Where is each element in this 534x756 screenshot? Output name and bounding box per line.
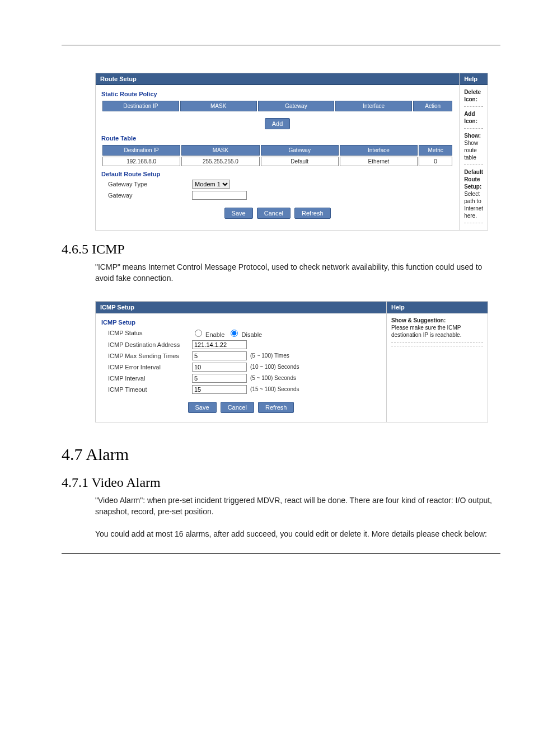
icmp-interval-label: ICMP Interval — [101, 375, 192, 382]
save-button[interactable]: Save — [188, 402, 217, 413]
icmp-max-unit: (5 ~ 100) Times — [250, 353, 289, 359]
route-setup-figure: Route Setup Static Route Policy Destinat… — [95, 73, 488, 231]
gateway-type-label: Gateway Type — [101, 181, 192, 187]
refresh-button[interactable]: Refresh — [294, 208, 331, 219]
para-video-alarm-1: "Video Alarm": when pre-set incident tri… — [95, 495, 500, 518]
help-add-icon-label: Add Icon: — [464, 111, 477, 124]
icmp-enable-option[interactable]: Enable — [192, 328, 224, 338]
gateway-type-select[interactable]: Modem 1 — [192, 180, 230, 189]
table-row: 192.168.8.0 255.255.255.0 Default Ethern… — [102, 157, 452, 166]
icmp-disable-option[interactable]: Disable — [228, 328, 262, 338]
icmp-err-label: ICMP Error Interval — [101, 364, 192, 370]
col-mask: MASK — [180, 101, 257, 111]
icmp-timeout-input[interactable] — [192, 385, 247, 394]
refresh-button[interactable]: Refresh — [258, 402, 294, 413]
icmp-interval-input[interactable] — [192, 374, 247, 383]
icmp-err-input[interactable] — [192, 363, 247, 372]
icmp-setup-figure: ICMP Setup ICMP Setup ICMP Status Enable… — [95, 301, 488, 422]
col-destination-ip: Destination IP — [102, 101, 179, 111]
col-gateway: Gateway — [258, 101, 335, 111]
cell-gateway: Default — [261, 157, 339, 166]
col-interface: Interface — [335, 101, 412, 111]
help-default-route-text: Select path to Internet here. — [464, 191, 483, 219]
rt-col-interface: Interface — [340, 145, 418, 156]
help-title: Help — [460, 73, 488, 85]
gateway-label: Gateway — [101, 192, 192, 199]
para-icmp: "ICMP" means Internet Control Message Pr… — [95, 261, 500, 284]
help-title: Help — [387, 302, 488, 313]
icmp-setup-title: ICMP Setup — [96, 302, 386, 313]
heading-icmp: 4.6.5 ICMP — [62, 242, 500, 257]
para-video-alarm-2: You could add at most 16 alarms, after a… — [95, 528, 500, 539]
gateway-input[interactable] — [192, 191, 247, 200]
add-button[interactable]: Add — [265, 118, 291, 129]
heading-alarm: 4.7 Alarm — [62, 445, 500, 464]
rt-col-gateway: Gateway — [261, 145, 339, 156]
icmp-err-unit: (10 ~ 100) Seconds — [250, 364, 299, 370]
help-show-label: Show: — [464, 133, 481, 139]
cell-mask: 255.255.255.0 — [181, 157, 259, 166]
route-table: Destination IP MASK Gateway Interface Me… — [101, 144, 453, 167]
route-setup-title: Route Setup — [96, 73, 459, 85]
icmp-timeout-label: ICMP Timeout — [101, 386, 192, 393]
static-route-policy-label: Static Route Policy — [101, 91, 453, 97]
icmp-status-label: ICMP Status — [101, 330, 192, 336]
rt-col-mask: MASK — [181, 145, 259, 156]
icmp-interval-unit: (5 ~ 100) Seconds — [250, 375, 296, 381]
default-route-setup-label: Default Route Setup — [101, 171, 453, 177]
help-delete-icon-label: Delete Icon: — [464, 89, 481, 102]
icmp-dest-input[interactable] — [192, 340, 247, 349]
col-action: Action — [413, 101, 452, 111]
route-table-label: Route Table — [101, 135, 453, 142]
icmp-max-label: ICMP Max Sending Times — [101, 353, 192, 359]
cell-destination-ip: 192.168.8.0 — [102, 157, 180, 166]
cell-metric: 0 — [419, 157, 452, 166]
help-suggestion-label: Show & Suggestion: — [391, 317, 446, 323]
icmp-timeout-unit: (15 ~ 100) Seconds — [250, 386, 299, 392]
icmp-disable-radio[interactable] — [231, 330, 238, 337]
cancel-button[interactable]: Cancel — [221, 402, 254, 413]
icmp-enable-radio[interactable] — [195, 330, 202, 337]
save-button[interactable]: Save — [224, 208, 253, 219]
rt-col-metric: Metric — [419, 145, 452, 156]
heading-video-alarm: 4.7.1 Video Alarm — [62, 475, 500, 490]
icmp-max-input[interactable] — [192, 351, 247, 360]
cell-interface: Ethernet — [340, 157, 418, 166]
cancel-button[interactable]: Cancel — [257, 208, 291, 219]
help-default-route-label: Default Route Setup: — [464, 169, 483, 190]
help-show-text: Show route table — [464, 140, 478, 161]
icmp-dest-label: ICMP Destination Address — [101, 341, 192, 348]
rt-col-destination-ip: Destination IP — [102, 145, 180, 156]
icmp-section-label: ICMP Setup — [101, 319, 381, 326]
help-suggestion-text: Please make sure the ICMP destionation I… — [391, 325, 461, 338]
static-route-header-table: Destination IP MASK Gateway Interface Ac… — [101, 100, 453, 112]
